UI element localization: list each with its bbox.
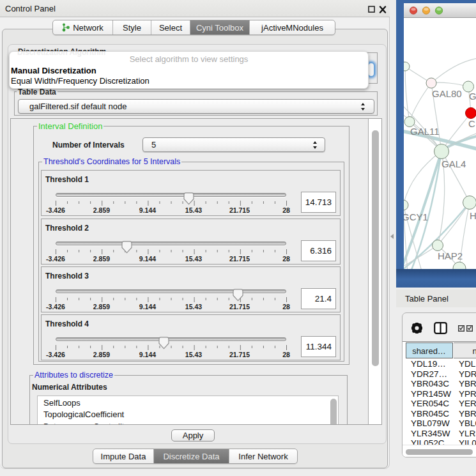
svg-text:C: C: [468, 118, 475, 129]
svg-text:HAP2: HAP2: [438, 250, 463, 261]
svg-text:GAL11: GAL11: [410, 126, 440, 137]
svg-text:GA: GA: [469, 91, 476, 102]
svg-text:H: H: [470, 210, 476, 221]
svg-text:GAL80: GAL80: [432, 88, 462, 99]
svg-text:GCY1: GCY1: [404, 211, 428, 222]
svg-text:GAL4: GAL4: [441, 158, 466, 169]
